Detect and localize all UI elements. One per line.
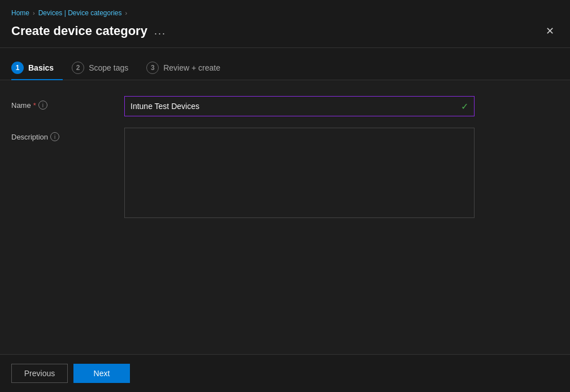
breadcrumb: Home › Devices | Device categories › [11,9,559,17]
previous-button[interactable]: Previous [11,364,68,383]
tab-basics-badge: 1 [11,62,24,74]
name-label: Name * i [11,96,124,110]
close-button[interactable]: ✕ [541,24,559,38]
panel-footer: Previous Next [0,354,570,392]
name-check-icon: ✓ [461,101,468,112]
description-form-row: Description i [11,128,559,220]
name-input-wrapper: ✓ [124,96,475,116]
tab-basics[interactable]: 1 Basics [11,57,63,80]
next-button[interactable]: Next [73,364,130,383]
tab-scope-tags[interactable]: 2 Scope tags [72,57,137,80]
panel-menu-dots[interactable]: ... [154,25,166,37]
tab-scope-tags-label: Scope tags [89,63,128,72]
tab-review-create-label: Review + create [163,63,220,72]
breadcrumb-home[interactable]: Home [11,9,29,17]
breadcrumb-devices[interactable]: Devices | Device categories [38,9,122,17]
description-info-icon[interactable]: i [50,132,59,141]
tab-review-create[interactable]: 3 Review + create [146,57,229,80]
tab-scope-tags-badge: 2 [72,62,84,74]
name-input[interactable] [130,102,456,111]
tab-review-create-badge: 3 [146,62,159,74]
panel-title-row: Create device category ... ✕ [11,24,559,47]
name-required-star: * [33,101,36,110]
description-label: Description i [11,128,124,141]
name-input-box[interactable]: ✓ [124,96,475,116]
breadcrumb-sep-2: › [125,10,128,16]
name-form-row: Name * i ✓ [11,96,559,116]
description-input-wrapper [124,128,475,220]
tab-basics-label: Basics [28,63,54,72]
panel-body: Name * i ✓ Description i [0,80,570,354]
page-title: Create device category [11,24,147,38]
description-textarea[interactable] [124,128,475,218]
tabs-row: 1 Basics 2 Scope tags 3 Review + create [0,48,570,80]
name-info-icon[interactable]: i [38,101,47,110]
breadcrumb-sep-1: › [33,10,35,16]
